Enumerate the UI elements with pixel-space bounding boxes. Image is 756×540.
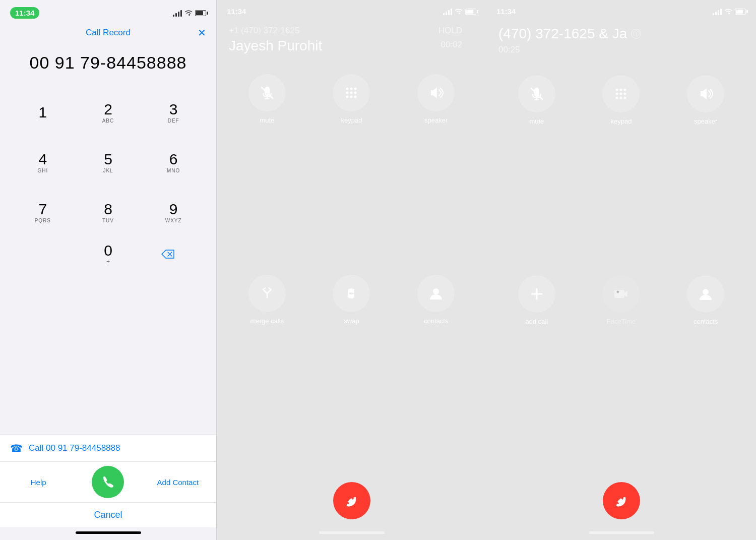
- svg-point-27: [624, 93, 626, 95]
- mute-label-3: mute: [529, 117, 544, 125]
- wifi-icon-2: [455, 9, 463, 15]
- call-button[interactable]: [92, 466, 124, 498]
- keypad-button-2[interactable]: keypad: [313, 74, 390, 267]
- call-record-header: Call Record ✕: [0, 23, 216, 43]
- contacts-label-3: contacts: [694, 318, 718, 325]
- contacts-button-2[interactable]: contacts: [398, 275, 474, 467]
- keypad-circle-2: [333, 74, 370, 111]
- keypad-icon-3: [613, 86, 629, 102]
- delete-icon: [160, 248, 176, 260]
- hold-number: +1 (470) 372-1625: [229, 26, 299, 36]
- key-4[interactable]: 4 GHI: [10, 138, 76, 188]
- status-bar-2: 11:34: [217, 0, 486, 20]
- svg-point-23: [620, 89, 622, 91]
- add-call-circle: [518, 275, 555, 313]
- add-contact-button[interactable]: Add Contact: [140, 462, 216, 502]
- facetime-circle: [602, 275, 640, 313]
- call-info-3: (470) 372-1625 & Ja ⓘ 00:25: [486, 20, 756, 55]
- merge-circle: [248, 275, 286, 312]
- mute-label-2: mute: [260, 116, 274, 124]
- svg-point-11: [354, 92, 357, 94]
- call-suggestion-bar[interactable]: ☎ Call 00 91 79-84458888: [0, 435, 216, 461]
- cancel-bar: Cancel: [0, 502, 216, 527]
- zero-row: 0 +: [0, 238, 216, 275]
- key-7[interactable]: 7 PQRS: [10, 188, 76, 237]
- key-1[interactable]: 1: [10, 88, 76, 138]
- info-button[interactable]: ⓘ: [631, 29, 641, 39]
- add-call-button[interactable]: add call: [498, 275, 575, 467]
- call-info-2: +1 (470) 372-1625 HOLD Jayesh Purohit 00…: [217, 20, 486, 54]
- speaker-button-2[interactable]: speaker: [398, 74, 474, 267]
- svg-point-12: [346, 96, 349, 98]
- svg-point-6: [346, 88, 349, 90]
- contacts-label-2: contacts: [424, 317, 448, 325]
- svg-point-13: [350, 96, 353, 98]
- phone2-call: 11:34 +1 (470) 372-1625 HOLD Jayesh Puro…: [217, 0, 486, 540]
- speaker-label-3: speaker: [694, 117, 717, 125]
- merge-icon: [259, 285, 275, 302]
- conf-title-row: (470) 372-1625 & Ja ⓘ: [498, 26, 744, 42]
- svg-point-18: [433, 288, 439, 294]
- speaker-button-3[interactable]: speaker: [667, 75, 744, 267]
- wifi-icon-3: [724, 9, 732, 15]
- contacts-icon-2: [428, 285, 444, 302]
- speaker-label-2: speaker: [424, 116, 448, 124]
- mute-circle-3: [518, 75, 555, 112]
- svg-point-26: [620, 93, 622, 95]
- help-button[interactable]: Help: [0, 462, 77, 502]
- end-call-button-2[interactable]: [333, 482, 370, 519]
- svg-point-28: [616, 97, 618, 99]
- mute-button-2[interactable]: mute: [229, 74, 305, 267]
- status-icons-3: [713, 8, 746, 15]
- caller-row: Jayesh Purohit 00:02: [229, 38, 474, 54]
- status-icons-2: [443, 8, 476, 15]
- svg-point-24: [624, 89, 626, 91]
- svg-point-25: [616, 93, 618, 95]
- svg-point-14: [354, 96, 357, 98]
- svg-point-34: [703, 289, 709, 295]
- bottom-actions: Help Add Contact: [0, 461, 216, 502]
- mute-button-3[interactable]: mute: [498, 75, 575, 267]
- call-icon: [100, 474, 115, 490]
- svg-point-7: [350, 88, 353, 90]
- key-6[interactable]: 6 MNO: [141, 138, 206, 188]
- status-icons-1: [173, 10, 206, 17]
- add-call-label: add call: [525, 318, 548, 325]
- phone1-dialer: 11:34 Call Record ✕ 00 91 79-84458888 1: [0, 0, 217, 540]
- hold-label: HOLD: [438, 26, 462, 36]
- swap-button[interactable]: swap: [313, 275, 390, 467]
- key-0[interactable]: 0 +: [104, 243, 112, 265]
- swap-label: swap: [344, 317, 359, 325]
- keypad-label-3: keypad: [611, 117, 632, 125]
- key-2[interactable]: 2 ABC: [76, 88, 141, 138]
- keypad-icon-2: [343, 85, 359, 101]
- key-3[interactable]: 3 DEF: [141, 88, 206, 138]
- key-9[interactable]: 9 WXYZ: [141, 188, 206, 237]
- facetime-button[interactable]: FaceTime: [583, 275, 660, 467]
- mute-icon-2: [259, 85, 275, 101]
- cancel-button[interactable]: Cancel: [7, 510, 209, 520]
- end-call-icon-3: [613, 492, 630, 509]
- svg-point-10: [350, 92, 353, 94]
- conf-title: (470) 372-1625 & Ja: [498, 26, 627, 42]
- time-display-3: 11:34: [496, 7, 516, 16]
- add-call-icon: [529, 286, 545, 302]
- end-call-icon-2: [343, 492, 360, 509]
- merge-calls-button[interactable]: merge calls: [229, 275, 305, 467]
- call-buttons-3: mute keypad: [486, 55, 756, 467]
- status-bar-1: 11:34: [0, 0, 216, 23]
- hold-row: +1 (470) 372-1625 HOLD: [229, 26, 474, 38]
- key-5[interactable]: 5 JKL: [76, 138, 141, 188]
- end-call-button-3[interactable]: [603, 482, 640, 519]
- phone-icon: ☎: [10, 442, 23, 454]
- key-8[interactable]: 8 TUV: [76, 188, 141, 237]
- keypad-label-2: keypad: [341, 116, 362, 124]
- delete-button[interactable]: [160, 248, 176, 260]
- contacts-circle-2: [417, 275, 455, 312]
- close-button[interactable]: ✕: [198, 27, 206, 39]
- contacts-button-3[interactable]: contacts: [667, 275, 744, 467]
- end-call-row-2: [217, 467, 486, 529]
- conf-timer: 00:25: [498, 45, 520, 54]
- keypad-button-3[interactable]: keypad: [583, 75, 660, 267]
- svg-point-30: [624, 97, 626, 99]
